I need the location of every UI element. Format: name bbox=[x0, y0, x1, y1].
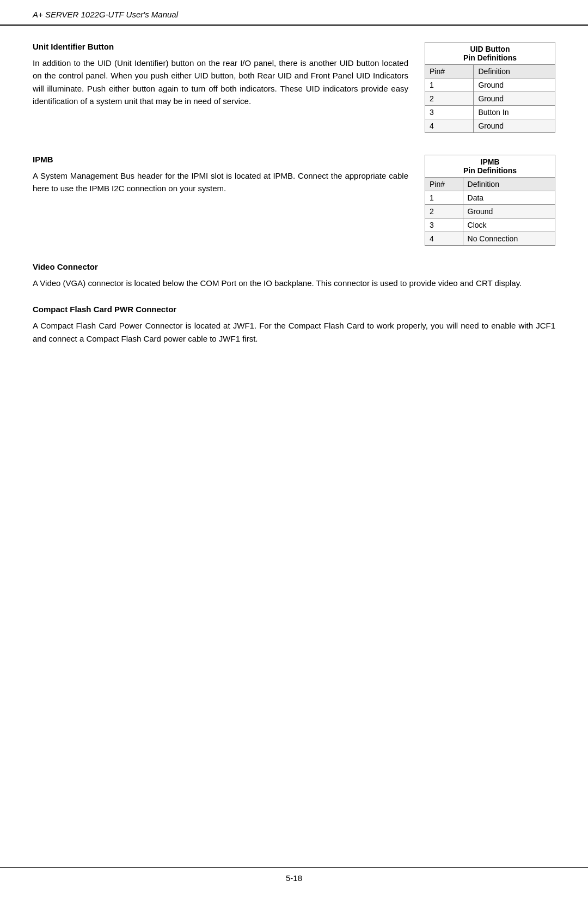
uid-pin-2: 2 bbox=[425, 92, 474, 106]
uid-left: Unit Identifier Button In addition to th… bbox=[33, 42, 408, 133]
page-header: A+ SERVER 1022G-UTF User's Manual bbox=[0, 0, 588, 26]
ipmb-table-row: 4No Connection bbox=[425, 232, 555, 246]
ipmb-col-pin: Pin# bbox=[425, 178, 463, 191]
ipmb-section-block: IPMB A System Management Bus header for … bbox=[33, 155, 408, 195]
uid-body: In addition to the UID (Unit Identifier)… bbox=[33, 57, 408, 107]
uid-pin-4: 4 bbox=[425, 119, 474, 133]
ipmb-table-row: 1Data bbox=[425, 191, 555, 205]
uid-pin-3: 3 bbox=[425, 106, 474, 119]
compact-flash-body: A Compact Flash Card Power Connector is … bbox=[33, 319, 555, 345]
compact-flash-section-block: Compact Flash Card PWR Connector A Compa… bbox=[33, 305, 555, 345]
video-body: A Video (VGA) connector is located below… bbox=[33, 277, 555, 289]
video-heading: Video Connector bbox=[33, 262, 555, 271]
uid-def-4: Ground bbox=[474, 119, 555, 133]
content-area: Unit Identifier Button In addition to th… bbox=[0, 26, 588, 393]
uid-table-row: 4Ground bbox=[425, 119, 555, 133]
ipmb-row: IPMB A System Management Bus header for … bbox=[33, 155, 555, 246]
uid-right: UID Button Pin Definitions Pin# Definiti… bbox=[425, 42, 555, 133]
ipmb-table: IPMB Pin Definitions Pin# Definition 1Da… bbox=[425, 155, 555, 246]
ipmb-table-title: IPMB Pin Definitions bbox=[425, 155, 555, 178]
page-footer: 5-18 bbox=[0, 867, 588, 883]
ipmb-def-2: Ground bbox=[463, 205, 555, 218]
compact-flash-heading: Compact Flash Card PWR Connector bbox=[33, 305, 555, 314]
ipmb-pin-3: 3 bbox=[425, 218, 463, 232]
uid-table: UID Button Pin Definitions Pin# Definiti… bbox=[425, 42, 555, 133]
ipmb-pin-4: 4 bbox=[425, 232, 463, 246]
ipmb-def-3: Clock bbox=[463, 218, 555, 232]
uid-def-3: Button In bbox=[474, 106, 555, 119]
uid-heading: Unit Identifier Button bbox=[33, 42, 408, 51]
ipmb-right: IPMB Pin Definitions Pin# Definition 1Da… bbox=[425, 155, 555, 246]
uid-def-2: Ground bbox=[474, 92, 555, 106]
uid-table-row: 1Ground bbox=[425, 78, 555, 92]
ipmb-pin-1: 1 bbox=[425, 191, 463, 205]
ipmb-table-row: 3Clock bbox=[425, 218, 555, 232]
uid-table-row: 3Button In bbox=[425, 106, 555, 119]
uid-col-pin: Pin# bbox=[425, 65, 474, 78]
ipmb-def-4: No Connection bbox=[463, 232, 555, 246]
uid-section-block: Unit Identifier Button In addition to th… bbox=[33, 42, 408, 107]
uid-table-row: 2Ground bbox=[425, 92, 555, 106]
header-title: A+ SERVER 1022G-UTF User's Manual bbox=[33, 10, 178, 19]
ipmb-col-def: Definition bbox=[463, 178, 555, 191]
video-section-block: Video Connector A Video (VGA) connector … bbox=[33, 262, 555, 289]
uid-def-1: Ground bbox=[474, 78, 555, 92]
ipmb-body: A System Management Bus header for the I… bbox=[33, 169, 408, 195]
ipmb-heading: IPMB bbox=[33, 155, 408, 164]
page-container: A+ SERVER 1022G-UTF User's Manual Unit I… bbox=[0, 0, 588, 899]
uid-row: Unit Identifier Button In addition to th… bbox=[33, 42, 555, 133]
page-number: 5-18 bbox=[286, 873, 302, 883]
ipmb-pin-2: 2 bbox=[425, 205, 463, 218]
ipmb-table-row: 2Ground bbox=[425, 205, 555, 218]
uid-pin-1: 1 bbox=[425, 78, 474, 92]
ipmb-def-1: Data bbox=[463, 191, 555, 205]
ipmb-left: IPMB A System Management Bus header for … bbox=[33, 155, 408, 246]
uid-col-def: Definition bbox=[474, 65, 555, 78]
uid-table-title: UID Button Pin Definitions bbox=[425, 42, 555, 65]
